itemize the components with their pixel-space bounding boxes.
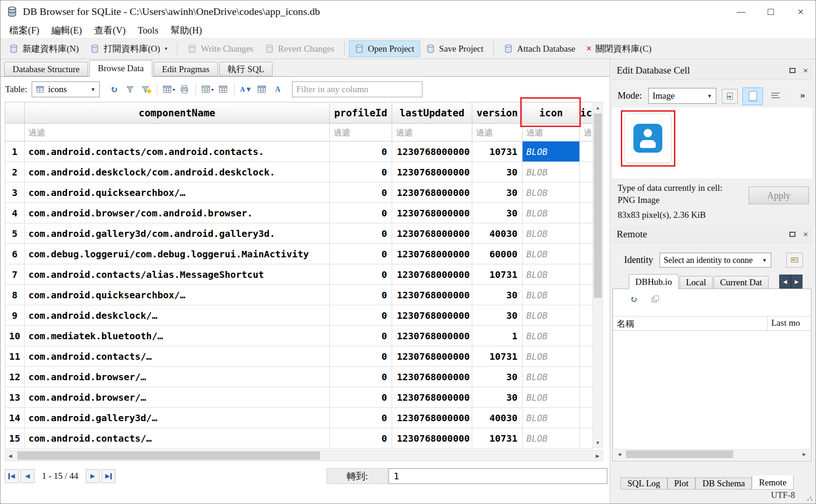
cell-version[interactable]: 10731 (472, 428, 523, 449)
new-db-button[interactable]: 新建資料庫(N) (3, 40, 84, 57)
clear-all-filters-button[interactable] (122, 81, 138, 97)
refresh-button[interactable]: ↻ (106, 81, 122, 97)
cell-overflow[interactable] (580, 408, 593, 428)
cell-version[interactable]: 10731 (472, 346, 523, 367)
goto-input[interactable] (388, 468, 607, 484)
menu-item-view[interactable]: 查看(V) (88, 23, 132, 38)
last-page-button[interactable]: ▶ (102, 469, 116, 483)
cell-profileId[interactable]: 0 (330, 182, 392, 203)
table-selector[interactable]: icons ▼ (32, 81, 100, 97)
first-page-button[interactable]: ◀ (5, 469, 19, 483)
menu-item-tools[interactable]: Tools (132, 24, 164, 37)
remote-refresh-button[interactable]: ↻ (627, 293, 641, 306)
row-number[interactable]: 4 (5, 203, 25, 223)
tab-scroll-right-button[interactable]: ▶ (791, 275, 802, 289)
revert-changes-button[interactable]: Revert Changes (259, 40, 340, 57)
tab-scroll-left-button[interactable]: ◀ (779, 275, 791, 289)
cell-version[interactable]: 30 (472, 162, 523, 182)
cell-profileId[interactable]: 0 (330, 264, 392, 285)
remote-tab-dbhub[interactable]: DBHub.io (629, 274, 679, 289)
cell-componentName[interactable]: com.android.gallery3d/… (25, 408, 330, 428)
cell-overflow[interactable] (580, 182, 593, 203)
cell-icon[interactable]: BLOB (523, 305, 580, 326)
cell-icon[interactable]: BLOB (523, 285, 580, 305)
vertical-scroll-thumb[interactable] (594, 114, 602, 298)
row-number[interactable]: 7 (5, 264, 25, 285)
cell-lastUpdated[interactable]: 1230768000000 (392, 285, 472, 305)
cell-version[interactable]: 30 (472, 305, 523, 326)
tab-browse[interactable]: Browse Data (89, 60, 152, 77)
column-filter-ic[interactable]: 過 (580, 124, 593, 141)
filter-input[interactable] (292, 81, 422, 97)
column-header-ic[interactable]: ic (580, 102, 593, 124)
delete-record-button[interactable] (215, 81, 231, 97)
insert-record-button[interactable]: ▾ (199, 81, 215, 97)
remote-scroll-thumb[interactable] (626, 450, 733, 458)
scroll-left-icon[interactable]: ◀ (615, 450, 624, 459)
cell-icon[interactable]: BLOB (523, 428, 580, 449)
menu-item-help[interactable]: 幫助(H) (164, 23, 208, 38)
dropdown-arrow-icon[interactable]: ▾ (173, 87, 175, 92)
cell-overflow[interactable] (580, 162, 593, 182)
remote-clone-button[interactable] (648, 293, 662, 306)
cell-icon[interactable]: BLOB (523, 223, 580, 244)
cell-lastUpdated[interactable]: 1230768000000 (392, 326, 472, 346)
remote-tab-local[interactable]: Local (680, 276, 713, 289)
edit-column-button[interactable]: A (270, 81, 286, 97)
cell-profileId[interactable]: 0 (330, 162, 392, 182)
dropdown-arrow-icon[interactable]: ▾ (211, 87, 214, 92)
cell-lastUpdated[interactable]: 1230768000000 (392, 162, 472, 182)
tab-pragmas[interactable]: Edit Pragmas (154, 62, 218, 76)
column-header-componentName[interactable]: componentName (25, 102, 330, 124)
cell-icon[interactable]: BLOB (523, 162, 580, 182)
cell-version[interactable]: 1 (472, 326, 523, 346)
cell-overflow[interactable] (580, 367, 593, 387)
vertical-scrollbar[interactable]: ▲ ▼ (592, 102, 603, 448)
cell-lastUpdated[interactable]: 1230768000000 (392, 203, 472, 223)
cell-icon[interactable]: BLOB (523, 141, 580, 162)
cell-overflow[interactable] (580, 346, 593, 367)
cell-componentName[interactable]: com.mediatek.bluetooth/… (25, 326, 330, 346)
cell-componentName[interactable]: com.android.deskclock/com.android.deskcl… (25, 162, 330, 182)
row-number[interactable]: 5 (5, 223, 25, 244)
goto-button[interactable]: 轉到: (326, 468, 388, 484)
cell-profileId[interactable]: 0 (330, 346, 392, 367)
tab-sql[interactable]: 執行 SQL (219, 62, 273, 76)
scroll-right-icon[interactable]: ▶ (592, 450, 603, 461)
cell-lastUpdated[interactable]: 1230768000000 (392, 223, 472, 244)
cell-icon[interactable]: BLOB (523, 244, 580, 264)
save-project-button[interactable]: Save Project (420, 40, 490, 57)
cell-profileId[interactable]: 0 (330, 367, 392, 387)
row-number[interactable]: 14 (5, 408, 25, 428)
scroll-up-icon[interactable]: ▲ (593, 102, 603, 113)
remote-tab-current[interactable]: Current Dat (714, 276, 768, 289)
row-number[interactable]: 1 (5, 141, 25, 162)
cell-componentName[interactable]: com.debug.loggerui/com.debug.loggerui.Ma… (25, 244, 330, 264)
cell-profileId[interactable]: 0 (330, 223, 392, 244)
cell-version[interactable]: 10731 (472, 264, 523, 285)
tab-structure[interactable]: Database Structure (4, 62, 88, 76)
scroll-down-icon[interactable]: ▼ (593, 437, 603, 448)
row-number[interactable]: 2 (5, 162, 25, 182)
cell-componentName[interactable]: com.android.contacts/… (25, 428, 330, 449)
close-panel-icon[interactable]: × (803, 230, 808, 239)
cell-icon[interactable]: BLOB (523, 326, 580, 346)
column-filter-version[interactable]: 過濾 (472, 124, 523, 141)
cell-lastUpdated[interactable]: 1230768000000 (392, 346, 472, 367)
cell-componentName[interactable]: com.android.browser/com.android.browser. (25, 203, 330, 223)
cell-profileId[interactable]: 0 (330, 141, 392, 162)
cell-icon[interactable]: BLOB (523, 367, 580, 387)
next-page-button[interactable]: ▶ (86, 469, 100, 483)
identity-selector[interactable]: Select an identity to conne ▼ (660, 253, 771, 268)
remote-column-last-modified[interactable]: Last mo (768, 316, 811, 330)
float-panel-icon[interactable] (789, 68, 796, 73)
cell-overflow[interactable] (580, 285, 593, 305)
cell-version[interactable]: 40030 (472, 223, 523, 244)
row-number[interactable]: 15 (5, 428, 25, 449)
cell-version[interactable]: 40030 (472, 408, 523, 428)
cell-icon[interactable]: BLOB (523, 408, 580, 428)
remote-horizontal-scrollbar[interactable]: ◀ ▶ (614, 449, 809, 459)
cell-version[interactable]: 30 (472, 367, 523, 387)
cell-profileId[interactable]: 0 (330, 428, 392, 449)
column-header-profileId[interactable]: profileId (330, 102, 392, 124)
